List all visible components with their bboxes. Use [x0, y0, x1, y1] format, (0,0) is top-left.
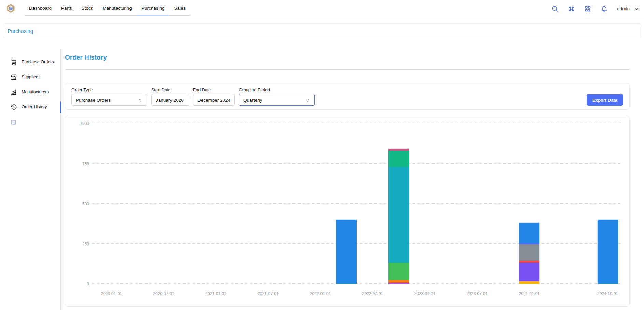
bar-segment[interactable]: [519, 223, 539, 243]
grouping-period-label: Grouping Period: [239, 88, 315, 92]
x-axis-label: 2023-07-01: [467, 291, 488, 296]
building-store-icon: [11, 74, 17, 80]
bar-segment[interactable]: [598, 220, 618, 284]
tab-dashboard[interactable]: Dashboard: [24, 1, 56, 15]
gridline-1000: [92, 123, 622, 123]
order-history-chart-card: 025050075010002020-01-012020-07-012021-0…: [65, 116, 630, 307]
x-axis-label: 2022-01-01: [310, 291, 331, 296]
gridline-500: [92, 203, 622, 204]
x-axis-label: 2022-07-01: [362, 291, 383, 296]
tab-manufacturing[interactable]: Manufacturing: [98, 1, 137, 15]
sidebar-item-label: Manufacturers: [22, 90, 49, 94]
sidebar-item-order-history[interactable]: Order History: [0, 100, 60, 115]
filter-bar: Order Type Purchase Orders Start Date En…: [65, 83, 630, 110]
bar-segment[interactable]: [388, 282, 409, 284]
x-axis-label: 2024-10-01: [597, 291, 618, 296]
selector-icon: [305, 98, 310, 103]
bar-segment[interactable]: [388, 151, 409, 167]
grouping-period-select[interactable]: Quarterly: [239, 94, 315, 106]
main-area: Purchase OrdersSuppliersManufacturersOrd…: [0, 50, 644, 310]
chart-plot-area: 025050075010002020-01-012020-07-012021-0…: [94, 121, 622, 284]
gridline-250: [92, 243, 622, 244]
end-date-input[interactable]: [197, 98, 230, 103]
bar-segment[interactable]: [519, 281, 539, 284]
shopping-cart-icon: [11, 59, 17, 65]
tab-stock[interactable]: Stock: [77, 1, 98, 15]
tab-sales[interactable]: Sales: [169, 1, 190, 15]
gridline-750: [92, 163, 622, 164]
breadcrumb-purchasing-link[interactable]: Purchasing: [8, 28, 33, 34]
search-icon[interactable]: [551, 5, 559, 12]
factory-icon: [11, 89, 17, 95]
bar-segment[interactable]: [519, 262, 539, 281]
stacked-bar-2022-04-01[interactable]: [336, 220, 357, 284]
bell-icon[interactable]: [601, 5, 608, 12]
sidebar-item-label: Suppliers: [22, 75, 39, 79]
y-axis-label: 0: [69, 282, 89, 286]
grouping-period-field: Grouping Period Quarterly: [239, 88, 315, 106]
bar-segment[interactable]: [388, 263, 409, 280]
bar-segment[interactable]: [519, 244, 539, 260]
bar-segment[interactable]: [336, 220, 357, 284]
order-type-value: Purchase Orders: [76, 98, 111, 103]
stacked-bar-2022-10-01[interactable]: [388, 149, 409, 284]
qrcode-scan-icon[interactable]: [584, 5, 591, 12]
sidebar-item-purchase-orders[interactable]: Purchase Orders: [0, 54, 60, 69]
start-date-label: Start Date: [151, 88, 189, 92]
order-type-select[interactable]: Purchase Orders: [71, 94, 147, 106]
navbar-tabs: DashboardPartsStockManufacturingPurchasi…: [24, 1, 190, 16]
sidebar: Purchase OrdersSuppliersManufacturersOrd…: [0, 50, 61, 310]
top-navbar: DashboardPartsStockManufacturingPurchasi…: [0, 0, 644, 19]
user-menu[interactable]: admin: [617, 6, 639, 12]
y-axis-label: 250: [69, 242, 89, 246]
x-axis-label: 2020-07-01: [153, 291, 174, 296]
navbar-actions: admin: [551, 5, 639, 12]
start-date-field: Start Date: [151, 88, 189, 106]
x-axis-label: 2021-07-01: [258, 291, 278, 296]
sidebar-item-manufacturers[interactable]: Manufacturers: [0, 85, 60, 100]
sidebar-item-label: Order History: [22, 105, 47, 109]
username: admin: [617, 6, 630, 11]
x-axis-label: 2021-01-01: [205, 291, 226, 296]
stacked-bar-2024-01-01[interactable]: [519, 223, 539, 284]
bar-segment[interactable]: [388, 280, 409, 282]
page-title: Order History: [65, 54, 630, 61]
content-panel: Order History Order Type Purchase Orders…: [61, 50, 644, 310]
export-data-button[interactable]: Export Data: [587, 94, 623, 106]
end-date-label: End Date: [193, 88, 235, 92]
stacked-bar-2024-10-01[interactable]: [598, 220, 618, 284]
command-icon[interactable]: [568, 5, 575, 12]
y-axis-label: 1000: [69, 121, 89, 126]
order-type-field: Order Type Purchase Orders: [71, 88, 147, 106]
end-date-field: End Date: [193, 88, 235, 106]
x-axis-label: 2024-01-01: [519, 291, 540, 296]
sidebar-collapse-icon[interactable]: [11, 119, 16, 125]
bar-segment[interactable]: [388, 167, 409, 263]
y-axis-label: 750: [69, 162, 89, 166]
x-axis-label: 2023-01-01: [414, 291, 435, 296]
tab-purchasing[interactable]: Purchasing: [137, 1, 169, 15]
sidebar-item-label: Purchase Orders: [22, 60, 54, 64]
tab-parts[interactable]: Parts: [56, 1, 77, 15]
y-axis-label: 500: [69, 202, 89, 206]
breadcrumb: Purchasing: [3, 23, 641, 38]
start-date-input[interactable]: [156, 98, 184, 103]
gridline-0: [92, 283, 622, 284]
x-axis-label: 2020-01-01: [101, 291, 122, 296]
sidebar-item-suppliers[interactable]: Suppliers: [0, 69, 60, 85]
order-type-label: Order Type: [71, 88, 147, 92]
selector-icon: [138, 98, 143, 103]
grouping-period-value: Quarterly: [243, 98, 262, 103]
chevron-down-icon: [634, 6, 639, 12]
title-divider: [65, 69, 630, 70]
history-icon: [11, 104, 17, 111]
app-logo-icon[interactable]: [6, 4, 15, 13]
